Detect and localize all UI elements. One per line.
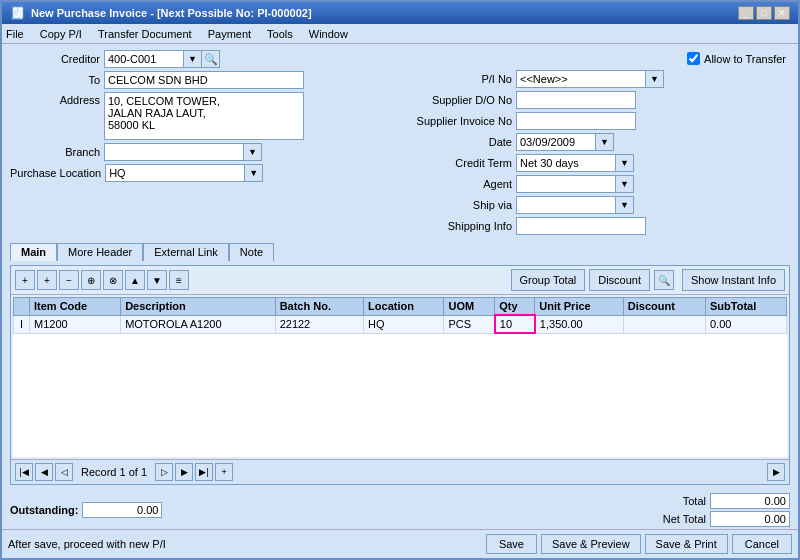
net-total-value[interactable] xyxy=(710,511,790,527)
col-uom: UOM xyxy=(444,298,495,316)
tab-bar: Main More Header External Link Note xyxy=(10,243,790,261)
nav-first-button[interactable]: |◀ xyxy=(15,463,33,481)
ship-via-row: Ship via ▼ xyxy=(402,196,790,214)
allow-transfer-row: Allow to Transfer xyxy=(402,50,790,67)
col-subtotal: SubTotal xyxy=(705,298,786,316)
copy-row-button[interactable]: ⊕ xyxy=(81,270,101,290)
title-bar: 🧾 New Purchase Invoice - [Next Possible … xyxy=(2,2,798,24)
menu-edit[interactable]: File xyxy=(6,28,24,40)
agent-row: Agent ▼ xyxy=(402,175,790,193)
purchase-location-input[interactable] xyxy=(105,164,245,182)
supplier-do-input[interactable] xyxy=(516,91,636,109)
creditor-dropdown-btn[interactable]: ▼ xyxy=(184,50,202,68)
branch-dropdown-btn[interactable]: ▼ xyxy=(244,143,262,161)
move-up-button[interactable]: ▲ xyxy=(125,270,145,290)
date-dropdown-btn[interactable]: ▼ xyxy=(596,133,614,151)
outstanding-label: Outstanding: xyxy=(10,504,78,516)
pi-no-input[interactable] xyxy=(516,70,646,88)
menu-transfer-document[interactable]: Transfer Document xyxy=(98,28,192,40)
supplier-do-label: Supplier D/O No xyxy=(402,94,512,106)
tab-main[interactable]: Main xyxy=(10,243,57,261)
tab-external-link[interactable]: External Link xyxy=(143,243,229,261)
menu-copy-pi[interactable]: Copy P/I xyxy=(40,28,82,40)
save-print-button[interactable]: Save & Print xyxy=(645,534,728,554)
discount-button[interactable]: Discount xyxy=(589,269,650,291)
to-input[interactable] xyxy=(104,71,304,89)
scroll-right-button[interactable]: ▶ xyxy=(767,463,785,481)
supplier-inv-input[interactable] xyxy=(516,112,636,130)
creditor-row: Creditor ▼ 🔍 xyxy=(10,50,398,68)
close-button[interactable]: ✕ xyxy=(774,6,790,20)
batch-no-cell[interactable]: 22122 xyxy=(275,315,363,333)
unit-price-cell[interactable]: 1,350.00 xyxy=(535,315,623,333)
col-qty: Qty xyxy=(495,298,535,316)
ship-via-input[interactable] xyxy=(516,196,616,214)
discount-cell[interactable] xyxy=(623,315,705,333)
save-preview-button[interactable]: Save & Preview xyxy=(541,534,641,554)
nav-last-button[interactable]: ▶| xyxy=(195,463,213,481)
agent-input[interactable] xyxy=(516,175,616,193)
items-table: Item Code Description Batch No. Location… xyxy=(13,297,787,334)
table-header-row: Item Code Description Batch No. Location… xyxy=(14,298,787,316)
to-row: To xyxy=(10,71,398,89)
to-label: To xyxy=(10,74,100,86)
location-cell[interactable]: HQ xyxy=(364,315,444,333)
item-code-cell[interactable]: M1200 xyxy=(30,315,121,333)
save-button[interactable]: Save xyxy=(486,534,537,554)
nav-prev2-button[interactable]: ◁ xyxy=(55,463,73,481)
nav-new-button[interactable]: + xyxy=(215,463,233,481)
supplier-inv-row: Supplier Invoice No xyxy=(402,112,790,130)
total-label: Total xyxy=(646,495,706,507)
col-unit-price: Unit Price xyxy=(535,298,623,316)
nav-next-button[interactable]: ▶ xyxy=(175,463,193,481)
pi-no-dropdown-btn[interactable]: ▼ xyxy=(646,70,664,88)
main-window: 🧾 New Purchase Invoice - [Next Possible … xyxy=(0,0,800,560)
delete-row-button[interactable]: − xyxy=(59,270,79,290)
bottom-area: Outstanding: Total Net Total xyxy=(2,491,798,529)
record-indicator: Record 1 of 1 xyxy=(81,466,147,478)
group-total-button[interactable]: Group Total xyxy=(511,269,586,291)
qty-cell[interactable]: 10 xyxy=(495,315,535,333)
cancel-button[interactable]: Cancel xyxy=(732,534,792,554)
branch-input[interactable] xyxy=(104,143,244,161)
tab-note[interactable]: Note xyxy=(229,243,274,261)
maximize-button[interactable]: □ xyxy=(756,6,772,20)
menu-tools[interactable]: Tools xyxy=(267,28,293,40)
purchase-location-dropdown-btn[interactable]: ▼ xyxy=(245,164,263,182)
show-instant-info-button[interactable]: Show Instant Info xyxy=(682,269,785,291)
uom-cell[interactable]: PCS xyxy=(444,315,495,333)
minimize-button[interactable]: _ xyxy=(738,6,754,20)
paste-row-button[interactable]: ⊗ xyxy=(103,270,123,290)
tab-more-header[interactable]: More Header xyxy=(57,243,143,261)
outstanding-input[interactable] xyxy=(82,502,162,518)
description-cell[interactable]: MOTOROLA A1200 xyxy=(121,315,276,333)
totals-section: Total Net Total xyxy=(646,493,790,527)
window-controls[interactable]: _ □ ✕ xyxy=(738,6,790,20)
col-item-code: Item Code xyxy=(30,298,121,316)
add-row2-button[interactable]: + xyxy=(37,270,57,290)
branch-combo: ▼ xyxy=(104,143,262,161)
add-row-button[interactable]: + xyxy=(15,270,35,290)
allow-transfer-label: Allow to Transfer xyxy=(704,53,786,65)
total-value[interactable] xyxy=(710,493,790,509)
nav-next2-button[interactable]: ▷ xyxy=(155,463,173,481)
search-items-button[interactable]: 🔍 xyxy=(654,270,674,290)
date-input[interactable] xyxy=(516,133,596,151)
credit-term-dropdown-btn[interactable]: ▼ xyxy=(616,154,634,172)
grid-view-button[interactable]: ≡ xyxy=(169,270,189,290)
creditor-input[interactable] xyxy=(104,50,184,68)
creditor-search-btn[interactable]: 🔍 xyxy=(202,50,220,68)
purchase-location-combo: ▼ xyxy=(105,164,263,182)
credit-term-input[interactable] xyxy=(516,154,616,172)
subtotal-cell[interactable]: 0.00 xyxy=(705,315,786,333)
menu-payment[interactable]: Payment xyxy=(208,28,251,40)
menu-window[interactable]: Window xyxy=(309,28,348,40)
nav-prev-button[interactable]: ◀ xyxy=(35,463,53,481)
move-down-button[interactable]: ▼ xyxy=(147,270,167,290)
shipping-info-input[interactable] xyxy=(516,217,646,235)
ship-via-label: Ship via xyxy=(402,199,512,211)
ship-via-dropdown-btn[interactable]: ▼ xyxy=(616,196,634,214)
allow-transfer-checkbox[interactable] xyxy=(687,52,700,65)
address-input[interactable]: 10, CELCOM TOWER, JALAN RAJA LAUT, 58000… xyxy=(104,92,304,140)
agent-dropdown-btn[interactable]: ▼ xyxy=(616,175,634,193)
